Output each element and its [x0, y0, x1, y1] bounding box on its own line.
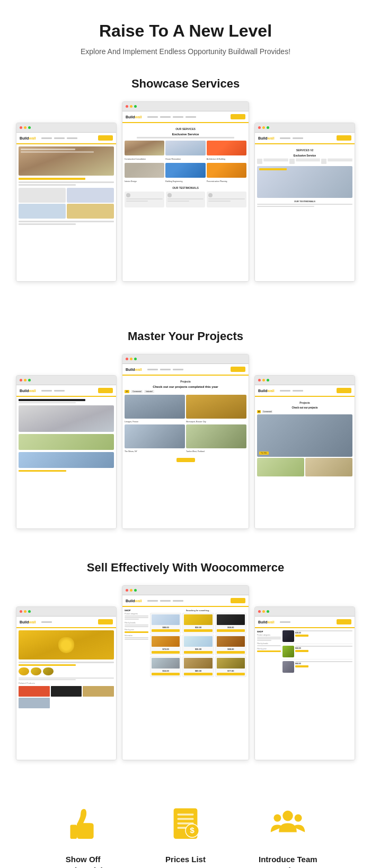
nav-item — [280, 390, 290, 392]
project-labels-1: Limoges, France Shreveport, Bossier City — [125, 421, 246, 423]
shop-sidebar-right: SHOP Product categories Filter by brands… — [257, 630, 281, 674]
dot-yellow — [262, 610, 265, 613]
dot-red — [20, 126, 22, 129]
product-7: $16.00 — [150, 656, 181, 677]
mock-content — [16, 397, 116, 475]
browser-bar — [16, 123, 116, 133]
shop-sidebar: SHOP Product categories Filter by brands… — [125, 609, 148, 758]
mock-testimonials-small: OUR TESTIMONIALS — [257, 200, 352, 207]
mock-projects-label: Projects — [125, 380, 246, 383]
browser-content: Buildwall — [16, 385, 116, 528]
service-img-3 — [207, 141, 246, 155]
shop-products-right: $39.00 $68.00 — [282, 630, 352, 674]
mock-nav — [41, 137, 77, 139]
dot-green — [28, 126, 31, 129]
mock-logo: Buildwall — [258, 136, 275, 140]
related-3 — [83, 686, 114, 697]
browser-content-right: Buildwall SHOP Product categories — [255, 617, 355, 760]
mock-content-right: Projects Check out our projects All Comm… — [255, 397, 355, 479]
dot-yellow — [24, 379, 26, 381]
mock-testimonials-heading: OUR TESTIMONIALS — [125, 186, 246, 189]
service-img-5 — [165, 163, 205, 178]
prices-icon-label: Prices List — [165, 854, 206, 865]
project-labels-2: The Nîmes, NY Twelve West, Portland — [125, 450, 246, 453]
mock-cta-btn — [231, 367, 245, 372]
shop-products: Searching for something... $88.00 $58.00 — [150, 609, 246, 758]
dot-green — [134, 358, 137, 360]
service-img-4 — [125, 163, 164, 178]
mock-services-grid-2 — [125, 163, 246, 178]
avatar-3 — [208, 193, 213, 197]
dot-yellow — [130, 589, 132, 592]
mock-nav — [147, 116, 196, 118]
mock-logo: Buildwall — [258, 620, 275, 624]
product-2: $58.00 — [182, 613, 214, 633]
product-5: $36.00 — [182, 635, 214, 655]
mock-service-hero-img — [257, 166, 352, 198]
mock-load-more-btn — [125, 455, 246, 464]
svg-point-11 — [295, 814, 302, 822]
projects-grid — [125, 395, 246, 419]
mock-projects-heading: Check out our projects completed this ye… — [125, 385, 246, 388]
dot-red — [20, 610, 22, 613]
nav-item — [173, 369, 183, 370]
dot-yellow — [262, 126, 265, 129]
shop-screenshot-center: Buildwall SHOP Product categories — [122, 585, 249, 760]
mock-projects-heading-right: Check out our projects — [257, 406, 352, 409]
nav-item — [160, 369, 171, 370]
svg-text:$: $ — [190, 826, 195, 835]
mock-services-grid — [125, 141, 246, 155]
nav-item — [54, 137, 65, 139]
projects-screenshots: Buildwall — [11, 354, 360, 534]
mock-service-list-text — [257, 159, 352, 164]
product-9: $77.00 — [215, 656, 246, 677]
browser-bar — [16, 376, 116, 385]
browser-bar-right — [255, 607, 355, 617]
dot-red — [258, 610, 261, 613]
mock-testimonials — [125, 192, 246, 207]
mock-hero-img — [19, 146, 114, 176]
testimonials-icon-label: Show Off Testimonials — [59, 854, 107, 868]
product-4: $72.00 — [150, 635, 181, 655]
dot-green — [267, 379, 269, 381]
nav-item — [293, 137, 303, 139]
service-img-6 — [207, 163, 246, 178]
product-3: $68.00 — [215, 613, 246, 633]
dot-red — [126, 105, 128, 108]
dot-green — [134, 589, 137, 592]
price-tag-icon-wrapper: $ — [164, 803, 207, 845]
shop-screenshot-left: Buildwall — [16, 606, 117, 760]
team-icon-wrapper — [267, 803, 309, 845]
browser-content-right: Buildwall SERVICES V2 Exclusive Service — [255, 133, 355, 281]
mock-nav — [41, 621, 52, 623]
mock-section-subheading: Exclusive Service — [125, 133, 246, 136]
related-1 — [19, 686, 50, 697]
browser-content-center: Buildwall Projects Check out our project… — [122, 364, 249, 528]
nav-item — [160, 116, 171, 118]
project-img-3 — [19, 452, 114, 468]
icons-section: Show Off Testimonials — [11, 792, 360, 868]
projects-section: Master Your Projects Buildwall — [11, 329, 360, 534]
svg-point-9 — [283, 811, 294, 821]
nav-item — [160, 600, 171, 602]
nav-item — [280, 137, 290, 139]
mock-nav — [147, 369, 183, 370]
nav-item — [147, 369, 158, 370]
project-img-2 — [19, 434, 114, 450]
browser-content-center: Buildwall OUR SERVICES Exclusive Service — [122, 111, 249, 281]
nav-item — [173, 116, 183, 118]
dot-green — [134, 105, 137, 108]
related-products — [19, 686, 114, 708]
header-section: Raise To A New Level Explore And Impleme… — [11, 21, 360, 56]
mock-cta-btn — [231, 114, 245, 119]
icon-item-team: Introduce Team Members — [245, 803, 330, 868]
mock-header-center: Buildwall — [122, 595, 249, 607]
main-subtitle: Explore And Implement Endless Opportunit… — [11, 47, 360, 56]
project-img-limoges — [125, 395, 185, 419]
related-4 — [19, 698, 50, 708]
browser-bar-center — [122, 354, 249, 364]
browser-bar-center — [122, 586, 249, 595]
dot-red — [126, 358, 128, 360]
services-title: Showcase Services — [11, 77, 360, 91]
mock-content-center: OUR SERVICES Exclusive Service Construct… — [122, 123, 249, 210]
